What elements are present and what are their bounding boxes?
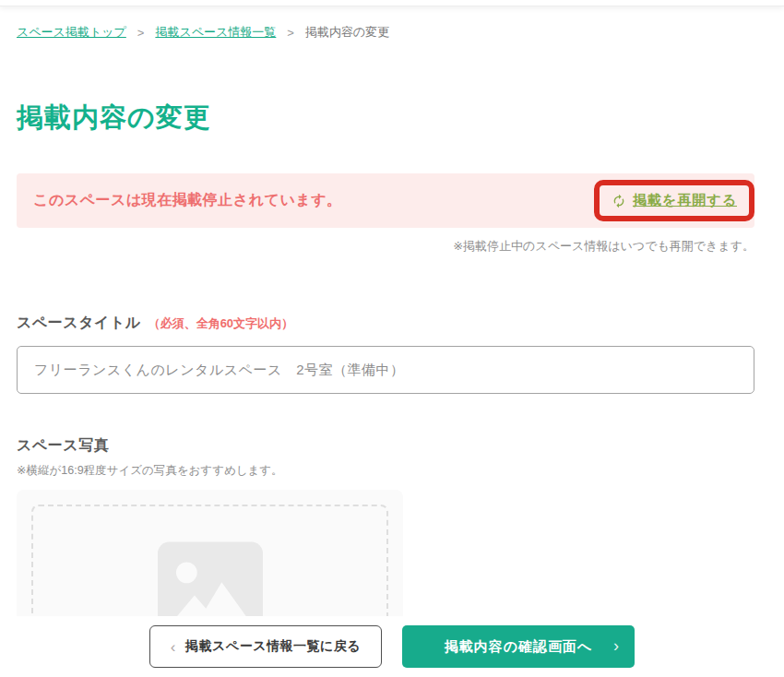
resume-listing-link[interactable]: 掲載を再開する (612, 192, 737, 209)
sync-icon (612, 194, 626, 208)
resume-listing-label: 掲載を再開する (633, 192, 737, 209)
confirm-screen-label: 掲載内容の確認画面へ (445, 638, 593, 656)
site-header-edge (0, 0, 784, 6)
space-title-input[interactable] (17, 346, 754, 394)
confirm-screen-button[interactable]: 掲載内容の確認画面へ › (402, 625, 635, 668)
space-photo-label-row: スペース写真 (17, 436, 754, 456)
space-photo-label: スペース写真 (17, 436, 109, 456)
breadcrumb-separator: > (287, 26, 294, 40)
space-title-requirement: （必須、全角60文字以内） (148, 315, 293, 332)
breadcrumb-link-space-list[interactable]: 掲載スペース情報一覧 (155, 24, 276, 41)
breadcrumb-separator: > (137, 26, 145, 40)
chevron-right-icon: › (613, 637, 620, 654)
annotation-highlight-box: 掲載を再開する (594, 180, 754, 221)
main-content: スペース掲載トップ > 掲載スペース情報一覧 > 掲載内容の変更 掲載内容の変更… (17, 24, 754, 677)
suspended-alert-message: このスペースは現在掲載停止されています。 (33, 191, 342, 210)
space-photo-note: ※横縦が16:9程度サイズの写真をおすすめします。 (17, 463, 754, 479)
breadcrumb-current: 掲載内容の変更 (305, 24, 389, 41)
page-title: 掲載内容の変更 (17, 100, 754, 137)
breadcrumb-link-space-top[interactable]: スペース掲載トップ (17, 24, 126, 41)
resume-anytime-note: ※掲載停止中のスペース情報はいつでも再開できます。 (17, 238, 754, 255)
space-title-label-row: スペースタイトル （必須、全角60文字以内） (17, 314, 754, 333)
space-title-label: スペースタイトル (17, 314, 141, 333)
suspended-alert-banner: このスペースは現在掲載停止されています。 掲載を再開する (17, 173, 754, 228)
breadcrumb: スペース掲載トップ > 掲載スペース情報一覧 > 掲載内容の変更 (17, 24, 754, 41)
sticky-footer-actions: ‹ 掲載スペース情報一覧に戻る 掲載内容の確認画面へ › (0, 616, 784, 677)
back-to-list-button[interactable]: ‹ 掲載スペース情報一覧に戻る (149, 625, 382, 668)
back-to-list-label: 掲載スペース情報一覧に戻る (185, 638, 361, 655)
chevron-left-icon: ‹ (171, 639, 176, 655)
